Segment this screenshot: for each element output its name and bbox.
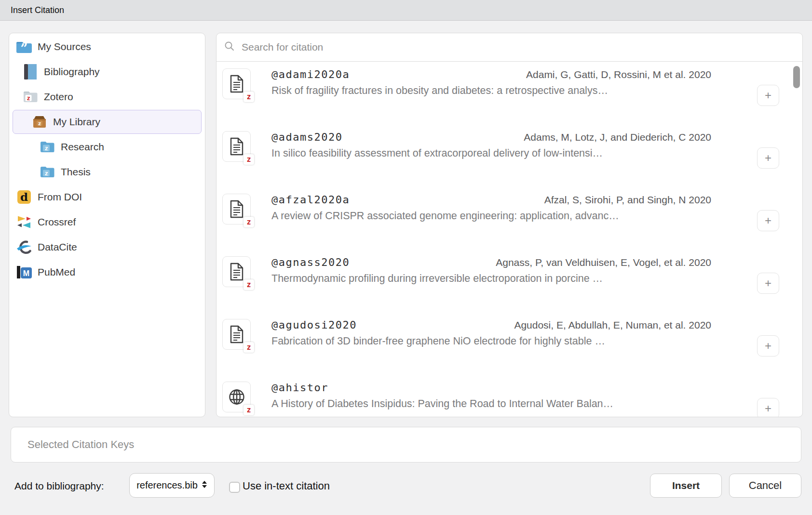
svg-text:M: M [23, 269, 29, 277]
sidebar-item-pubmed[interactable]: MPubMed [9, 260, 205, 285]
citation-title: In silico feasibility assessment of extr… [271, 147, 711, 164]
zotero-badge: z [244, 279, 254, 290]
sidebar-item-label: Bibliography [44, 66, 100, 78]
citation-text: @agudosi2020Agudosi, E, Abdullah, E, Num… [271, 319, 711, 381]
sidebar-item-label: PubMed [38, 266, 75, 278]
add-citation-button[interactable]: + [757, 147, 779, 169]
add-citation-button[interactable]: + [757, 85, 779, 106]
scrollbar-thumb[interactable] [793, 66, 800, 88]
insert-button[interactable]: Insert [650, 474, 722, 498]
citation-text: @adams2020Adams, M, Lotz, J, and Diederi… [271, 131, 711, 193]
search-input[interactable] [241, 41, 802, 53]
sidebar-item-label: My Sources [38, 41, 91, 53]
sidebar-item-research[interactable]: zResearch [9, 134, 205, 159]
sidebar-item-label: My Library [53, 116, 100, 128]
svg-text:”: ” [21, 41, 28, 53]
zotero-folder-icon: z [22, 91, 39, 103]
sidebar-item-crossref[interactable]: Crossref [9, 210, 205, 235]
sources-sidebar: ”My Sources Bibliography zZotero zMy Lib… [9, 33, 205, 417]
sources-folder-icon: ” [15, 40, 33, 53]
globe-icon: z [222, 382, 251, 412]
citation-key: @agudosi2020 [271, 319, 357, 331]
doi-icon: d [15, 190, 33, 204]
document-icon: z [222, 194, 251, 224]
add-citation-button[interactable]: + [757, 273, 779, 294]
citation-row[interactable]: z@ahistorA History of Diabetes Insipidus… [217, 381, 802, 417]
zotero-badge: z [244, 92, 254, 102]
document-icon: z [222, 319, 251, 350]
citation-row[interactable]: z@agudosi2020Agudosi, E, Abdullah, E, Nu… [217, 318, 802, 381]
sidebar-item-my-sources[interactable]: ”My Sources [9, 34, 205, 59]
sidebar-item-label: From DOI [38, 191, 82, 203]
insert-citation-dialog: Insert Citation ”My Sources Bibliography… [0, 0, 812, 515]
svg-text:z: z [44, 170, 48, 177]
pubmed-icon: M [15, 265, 33, 279]
sidebar-item-label: DataCite [38, 241, 77, 253]
sidebar-item-my-library[interactable]: zMy Library [9, 109, 205, 134]
bibliography-select-value: references.bib [136, 480, 198, 491]
document-icon: z [222, 131, 251, 162]
datacite-icon [15, 240, 33, 254]
citation-list-panel: z@adami2020aAdami, G, Gatti, D, Rossini,… [216, 33, 803, 417]
citation-text: @ahistorA History of Diabetes Insipidus:… [271, 382, 711, 417]
select-arrows-icon [202, 480, 207, 490]
dialog-title: Insert Citation [11, 5, 64, 15]
add-citation-button[interactable]: + [757, 398, 779, 417]
citation-title: Risk of fragility fractures in obesity a… [271, 85, 711, 101]
citation-title: A review of CRISPR associated genome eng… [271, 210, 711, 226]
svg-text:z: z [27, 95, 30, 102]
add-to-bibliography-label: Add to bibliography: [14, 480, 104, 492]
crossref-icon [15, 215, 33, 229]
citation-authors: Adams, M, Lotz, J, and Diederich, C 2020 [524, 132, 711, 143]
use-intext-checkbox[interactable] [229, 482, 240, 493]
sidebar-item-label: Zotero [44, 91, 73, 103]
sidebar-item-label: Thesis [61, 166, 91, 178]
sidebar-item-label: Research [61, 141, 104, 153]
citation-authors: Agnass, P, van Veldhuisen, E, Vogel, et … [496, 257, 711, 268]
add-citation-button[interactable]: + [757, 335, 779, 357]
sidebar-item-zotero[interactable]: zZotero [9, 84, 205, 109]
citation-key: @adami2020a [271, 68, 350, 80]
zotero-badge: z [244, 342, 254, 353]
sidebar-item-datacite[interactable]: DataCite [9, 235, 205, 260]
sidebar-item-thesis[interactable]: zThesis [9, 159, 205, 185]
citation-title: Thermodynamic profiling during irreversi… [271, 273, 711, 289]
selected-keys-field-wrap [11, 427, 801, 462]
zotero-badge: z [244, 217, 254, 227]
citation-authors: Adami, G, Gatti, D, Rossini, M et al. 20… [526, 69, 711, 80]
document-icon: z [222, 256, 251, 287]
sidebar-item-label: Crossref [38, 216, 76, 228]
search-icon [224, 41, 235, 53]
zotero-badge: z [244, 405, 254, 415]
citation-row[interactable]: z@afzal2020aAfzal, S, Sirohi, P, and Sin… [217, 193, 802, 255]
svg-text:d: d [20, 190, 28, 203]
selected-citation-keys-input[interactable] [27, 438, 801, 451]
library-box-icon: z [31, 115, 48, 129]
citation-row[interactable]: z@agnass2020Agnass, P, van Veldhuisen, E… [217, 255, 802, 318]
svg-text:z: z [44, 145, 48, 152]
citation-row[interactable]: z@adams2020Adams, M, Lotz, J, and Dieder… [217, 130, 802, 193]
citation-key: @agnass2020 [271, 256, 350, 268]
bibliography-select[interactable]: references.bib [129, 473, 215, 498]
blue-z-folder-icon: z [39, 166, 56, 178]
citation-row[interactable]: z@adami2020aAdami, G, Gatti, D, Rossini,… [217, 67, 802, 130]
zotero-badge: z [244, 154, 254, 165]
citation-title: Fabrication of 3D binder-free graphene N… [271, 335, 711, 352]
citation-text: @agnass2020Agnass, P, van Veldhuisen, E,… [271, 256, 711, 318]
citation-text: @afzal2020aAfzal, S, Sirohi, P, and Sing… [271, 194, 711, 255]
cancel-button[interactable]: Cancel [729, 474, 801, 498]
blue-z-folder-icon: z [39, 141, 56, 153]
sidebar-item-bibliography[interactable]: Bibliography [9, 59, 205, 84]
citation-key: @adams2020 [271, 131, 342, 143]
citation-key: @afzal2020a [271, 194, 350, 206]
add-citation-button[interactable]: + [757, 210, 779, 231]
search-row [217, 33, 802, 62]
citation-authors: Afzal, S, Sirohi, P, and Singh, N 2020 [544, 194, 711, 206]
svg-text:z: z [38, 120, 41, 127]
sidebar-item-from-doi[interactable]: dFrom DOI [9, 185, 205, 210]
citation-title: A History of Diabetes Insipidus: Paving … [271, 398, 711, 414]
citation-key: @ahistor [271, 382, 328, 394]
book-icon [22, 64, 39, 80]
citation-text: @adami2020aAdami, G, Gatti, D, Rossini, … [271, 68, 711, 130]
citation-authors: Agudosi, E, Abdullah, E, Numan, et al. 2… [514, 319, 711, 331]
